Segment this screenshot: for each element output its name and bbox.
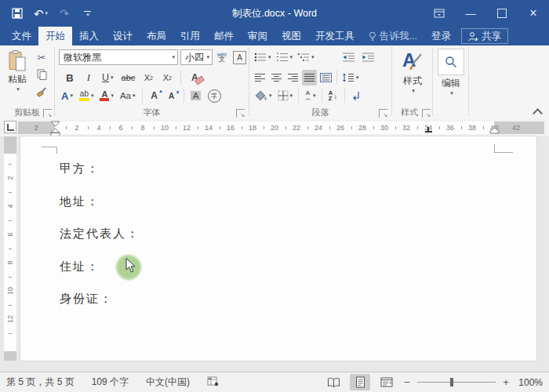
maximize-button[interactable] xyxy=(486,0,518,27)
align-center-button[interactable] xyxy=(269,70,284,85)
ruler-number: 16 xyxy=(224,122,237,134)
enclose-characters-button[interactable]: 字 xyxy=(206,88,223,103)
clear-formatting-button[interactable]: A xyxy=(187,70,202,85)
document-page[interactable]: 甲方： 地址： 法定代表人： 住址： 身份证： xyxy=(20,136,536,361)
tab-home[interactable]: 开始 xyxy=(38,27,72,45)
bold-button[interactable]: B xyxy=(63,70,77,85)
chevron-down-icon: ▾ xyxy=(290,54,293,60)
decrease-indent-button[interactable] xyxy=(340,49,357,65)
character-border-button[interactable]: A xyxy=(231,49,248,65)
multilevel-list-button[interactable]: ▾ xyxy=(296,49,316,65)
first-line-indent-marker[interactable] xyxy=(50,121,60,127)
ruler-number: 4 xyxy=(4,200,16,212)
character-shading-button[interactable]: A xyxy=(189,88,203,103)
shading-button[interactable]: ▾ xyxy=(253,88,274,103)
language-indicator[interactable]: 中文(中国) xyxy=(146,376,190,389)
chevron-down-icon: ▾ xyxy=(16,86,20,93)
document-area: 2 4 6 8 10 12 甲方： 地址： 法定代表人： 住址： 身份证： xyxy=(0,136,549,372)
borders-button[interactable]: ▾ xyxy=(276,88,295,103)
tell-me-box[interactable]: 告诉我... xyxy=(362,27,424,45)
text-effects-button[interactable]: A ▾ xyxy=(60,88,75,103)
distribute-text-button[interactable] xyxy=(318,70,333,85)
font-name-combo[interactable]: 微软雅黑 ▾ xyxy=(59,49,178,65)
strikethrough-button[interactable]: abc xyxy=(120,70,137,85)
shrink-font-button[interactable]: A ▾ xyxy=(165,88,179,103)
align-right-button[interactable] xyxy=(285,70,300,85)
tab-mailings[interactable]: 邮件 xyxy=(207,27,241,45)
italic-button[interactable]: I xyxy=(82,70,96,85)
numbering-button[interactable]: ▾ xyxy=(274,49,295,65)
subscript-button[interactable]: X2 xyxy=(141,70,155,85)
close-button[interactable]: × xyxy=(518,0,549,27)
minimize-button[interactable]: — xyxy=(455,0,486,27)
copy-button[interactable] xyxy=(35,67,49,82)
page-indicator[interactable]: 第 5 页，共 5 页 xyxy=(6,376,75,389)
paragraph-dialog-launcher[interactable]: ↘ xyxy=(379,109,387,118)
tab-design[interactable]: 设计 xyxy=(106,27,140,45)
superscript-button[interactable]: X2 xyxy=(160,70,174,85)
chevron-down-icon: ▾ xyxy=(111,74,114,81)
web-layout-button[interactable] xyxy=(376,374,397,390)
ruler-tick xyxy=(9,164,12,165)
text-highlight-button[interactable]: ab ▾ xyxy=(78,88,96,103)
macro-record-button[interactable] xyxy=(207,376,219,389)
tab-references[interactable]: 引用 xyxy=(173,27,207,45)
line-spacing-button[interactable]: ▾ xyxy=(340,70,361,85)
change-case-button[interactable]: Aa ▾ xyxy=(118,88,137,103)
asian-layout-button[interactable]: A ↔ ▾ xyxy=(303,88,318,103)
sort-button[interactable]: AZ ↓ xyxy=(326,88,340,103)
ribbon: 粘贴 ▾ ✂ 剪贴板 ↘ xyxy=(0,45,549,120)
tab-review[interactable]: 审阅 xyxy=(241,27,274,45)
tab-developer[interactable]: 开发工具 xyxy=(308,27,362,45)
decrease-indent-icon xyxy=(342,53,355,62)
show-hide-marks-button[interactable] xyxy=(349,88,363,103)
share-button[interactable]: 共享 xyxy=(461,28,508,44)
chevron-down-icon: ▾ xyxy=(70,93,73,99)
underline-button[interactable]: U ▾ xyxy=(100,70,115,85)
phonetic-guide-button[interactable]: wén 文 xyxy=(215,49,229,65)
tab-insert[interactable]: 插入 xyxy=(72,27,106,45)
ruler-number: 14 xyxy=(202,122,215,134)
tab-stop-marker[interactable] xyxy=(425,127,432,132)
sign-in-button[interactable]: 登录 xyxy=(424,27,458,45)
ruler-tick xyxy=(110,126,111,129)
ruler-number: 26 xyxy=(334,122,347,134)
search-icon xyxy=(438,49,464,75)
read-mode-button[interactable] xyxy=(323,374,344,390)
cut-button[interactable]: ✂ xyxy=(35,49,49,65)
ruler-tick xyxy=(264,126,264,129)
macro-record-icon xyxy=(207,376,219,387)
word-count[interactable]: 109 个字 xyxy=(92,376,129,389)
font-dialog-launcher[interactable]: ↘ xyxy=(236,109,245,118)
paste-button[interactable]: 粘贴 ▾ xyxy=(2,49,32,93)
clipboard-dialog-launcher[interactable]: ↘ xyxy=(43,109,52,118)
zoom-slider-handle[interactable] xyxy=(450,378,453,387)
format-painter-button[interactable] xyxy=(35,84,49,100)
editing-button[interactable]: 编辑 ▾ xyxy=(438,46,464,96)
justify-button[interactable] xyxy=(302,70,317,85)
right-indent-marker[interactable] xyxy=(489,127,500,134)
styles-button[interactable]: A 样式 ▾ xyxy=(398,47,427,94)
zoom-in-button[interactable]: + xyxy=(502,376,510,388)
phonetic-guide-icon: wén 文 xyxy=(217,53,227,62)
grow-font-button[interactable]: A ▴ xyxy=(147,88,162,103)
styles-dialog-launcher[interactable]: ↘ xyxy=(422,109,431,118)
zoom-level[interactable]: 100% xyxy=(516,377,543,388)
grow-font-icon: A ▴ xyxy=(151,90,158,101)
paragraph-mark-icon xyxy=(351,91,361,101)
tab-layout[interactable]: 布局 xyxy=(140,27,173,45)
font-color-button[interactable]: A ▾ xyxy=(98,88,115,103)
sort-icon: AZ ↓ xyxy=(329,90,337,101)
window-controls: — × xyxy=(424,0,549,27)
collapse-ribbon-button[interactable] xyxy=(534,107,541,114)
font-size-combo[interactable]: 小四 ▾ xyxy=(180,49,213,65)
bullets-button[interactable]: ▾ xyxy=(253,49,273,65)
align-left-button[interactable] xyxy=(253,70,267,85)
zoom-slider[interactable] xyxy=(417,374,496,390)
print-layout-button[interactable] xyxy=(350,374,370,390)
zoom-out-button[interactable]: − xyxy=(403,376,411,388)
ribbon-display-options-button[interactable] xyxy=(424,0,455,27)
tab-file[interactable]: 文件 xyxy=(5,27,38,45)
tab-view[interactable]: 视图 xyxy=(274,27,308,45)
increase-indent-button[interactable] xyxy=(360,49,376,65)
